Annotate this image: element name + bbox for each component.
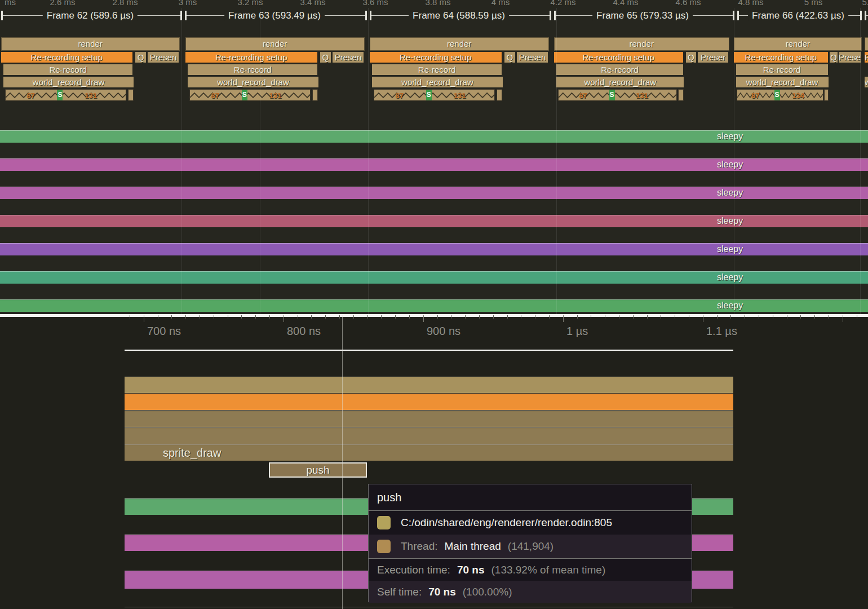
squiggle-tail-sliver[interactable] xyxy=(497,89,502,101)
squiggle-green-event[interactable]: S xyxy=(774,90,780,100)
frame-track-group[interactable]: renderRe-recording setupQPreserRe-record… xyxy=(553,0,730,104)
ruler-minor-tick xyxy=(521,315,521,319)
ruler-minor-tick xyxy=(479,315,480,319)
re-recording-setup-bar[interactable]: Re-recording setup xyxy=(734,52,827,63)
ruler-minor-tick xyxy=(228,315,228,319)
world-record-draw-bar[interactable]: world_record_draw xyxy=(736,77,829,87)
render-bar[interactable] xyxy=(865,37,868,51)
present-bar[interactable]: Prese xyxy=(839,52,861,63)
ruler-minor-tick xyxy=(800,315,801,319)
time-tick-label: 1.1 µs xyxy=(706,325,737,338)
push-event-bar[interactable]: push xyxy=(269,462,367,478)
world-record-draw-bar[interactable]: world_record_draw xyxy=(188,77,318,87)
squiggle-tail-sliver[interactable] xyxy=(678,89,684,101)
ruler-minor-tick xyxy=(535,315,535,319)
flame-depth-row[interactable] xyxy=(125,411,733,427)
queue-bar[interactable]: Q xyxy=(320,52,331,63)
self-time-value: 70 ns xyxy=(428,586,456,598)
sleepy-track-bar[interactable]: sleepy xyxy=(0,130,868,143)
ruler-minor-tick xyxy=(619,315,619,319)
squiggle-green-event[interactable]: S xyxy=(609,90,615,100)
timeline-overview-panel[interactable]: ms2.6 ms2.8 ms3 ms3.2 ms3.4 ms3.6 ms3.8 … xyxy=(0,0,868,314)
sleepy-bar-label: sleepy xyxy=(717,131,743,142)
render-bar[interactable]: render xyxy=(734,37,862,51)
ruler-minor-tick xyxy=(465,315,466,319)
squiggle-count-label: 87 xyxy=(751,90,759,101)
flame-depth-row[interactable] xyxy=(125,394,733,410)
sleepy-bar-label: sleepy xyxy=(717,188,743,198)
ruler-major-tick xyxy=(284,315,284,322)
squiggle-tail-sliver[interactable] xyxy=(312,89,318,101)
ruler-minor-tick xyxy=(591,315,591,319)
re-record-bar[interactable]: Re-record xyxy=(3,64,132,75)
time-tick-label: 900 ns xyxy=(427,325,460,338)
tooltip-source-row: C:/odin/shared/eng/renderer/render.odin:… xyxy=(369,511,692,535)
tooltip-thread-row: Thread: Main thread (141,904) xyxy=(369,535,692,558)
tiny-events-squiggle-bar[interactable]: 87S131 xyxy=(558,89,677,101)
sprite-draw-label: sprite_draw xyxy=(163,447,221,460)
frame-track-group[interactable]: renderRe-recording setupQPresenRe-record… xyxy=(184,0,365,104)
re-recording-setup-bar[interactable]: Re xyxy=(865,52,868,63)
squiggle-green-event[interactable]: S xyxy=(242,90,247,100)
tiny-events-squiggle-bar[interactable]: 87S134 xyxy=(737,89,823,101)
next-frame-sliver[interactable]: Rew xyxy=(865,0,868,104)
present-bar[interactable]: Presen xyxy=(333,52,364,63)
sleepy-bar-label: sleepy xyxy=(717,160,743,170)
flame-depth-row[interactable] xyxy=(125,377,733,393)
present-bar[interactable]: Presen xyxy=(517,52,548,63)
squiggle-green-event[interactable]: S xyxy=(57,90,63,100)
re-record-bar[interactable]: Re-record xyxy=(736,64,828,75)
frame-track-group[interactable]: renderRe-recording setupQPreseRe-recordw… xyxy=(733,0,862,104)
ruler-minor-tick xyxy=(814,315,815,319)
flame-depth-row[interactable] xyxy=(125,427,733,444)
frame-track-group[interactable]: renderRe-recording setupQPresenRe-record… xyxy=(0,0,180,104)
sleepy-track-bar[interactable]: sleepy xyxy=(0,158,868,171)
ruler-minor-tick xyxy=(493,315,494,319)
render-bar[interactable]: render xyxy=(370,37,549,51)
world-record-draw-bar[interactable]: w xyxy=(865,77,868,87)
sleepy-track-bar[interactable]: sleepy xyxy=(0,215,868,227)
re-record-bar[interactable]: Re-record xyxy=(372,64,502,75)
world-record-draw-bar[interactable]: world_record_draw xyxy=(556,77,684,87)
sleepy-bar-label: sleepy xyxy=(717,272,743,283)
render-bar[interactable]: render xyxy=(554,37,729,51)
render-bar[interactable]: render xyxy=(185,37,365,51)
queue-bar[interactable]: Q xyxy=(686,52,697,63)
ruler-minor-tick xyxy=(577,315,578,319)
frame-track-group[interactable]: renderRe-recording setupQPresenRe-record… xyxy=(369,0,550,104)
re-recording-setup-bar[interactable]: Re-recording setup xyxy=(185,52,317,63)
sleepy-bar-label: sleepy xyxy=(717,244,743,254)
profiler-app: ms2.6 ms2.8 ms3 ms3.2 ms3.4 ms3.6 ms3.8 … xyxy=(0,0,868,609)
tiny-events-squiggle-bar[interactable]: 87S131 xyxy=(5,89,126,101)
tiny-events-squiggle-bar[interactable]: 87S131 xyxy=(189,89,311,101)
re-record-bar[interactable]: Re-record xyxy=(188,64,317,75)
world-record-draw-bar[interactable]: world_record_draw xyxy=(3,77,133,87)
squiggle-green-event[interactable]: S xyxy=(426,90,432,100)
timeline-gridline xyxy=(181,8,182,314)
ruler-minor-tick xyxy=(661,315,661,319)
squiggle-count-label: 87 xyxy=(396,90,404,101)
thread-color-swatch-icon xyxy=(377,540,391,553)
sleepy-track-bar[interactable]: sleepy xyxy=(0,271,868,284)
re-recording-setup-bar[interactable]: Re-recording setup xyxy=(1,52,133,63)
queue-bar[interactable]: Q xyxy=(135,52,146,63)
tiny-events-squiggle-bar[interactable]: 87S131 xyxy=(374,89,495,101)
render-bar[interactable]: render xyxy=(1,37,180,51)
world-record-draw-bar[interactable]: world_record_draw xyxy=(372,77,502,87)
present-bar[interactable]: Presen xyxy=(148,52,178,63)
re-record-bar[interactable]: Re-record xyxy=(556,64,683,75)
ruler-minor-tick xyxy=(255,315,256,319)
ruler-minor-tick xyxy=(605,315,605,319)
present-bar[interactable]: Preser xyxy=(698,52,728,63)
squiggle-tail-sliver[interactable] xyxy=(824,89,829,101)
re-recording-setup-bar[interactable]: Re-recording setup xyxy=(554,52,683,63)
flame-depth-row[interactable]: sprite_draw xyxy=(125,444,733,461)
re-recording-setup-bar[interactable]: Re-recording setup xyxy=(370,52,502,63)
sleepy-track-bar[interactable]: sleepy xyxy=(0,299,868,312)
sleepy-track-bar[interactable]: sleepy xyxy=(0,243,868,255)
ruler-minor-tick xyxy=(549,315,550,319)
squiggle-tail-sliver[interactable] xyxy=(128,89,134,101)
queue-bar[interactable]: Q xyxy=(830,52,838,63)
sleepy-track-bar[interactable]: sleepy xyxy=(0,187,868,199)
queue-bar[interactable]: Q xyxy=(504,52,515,63)
